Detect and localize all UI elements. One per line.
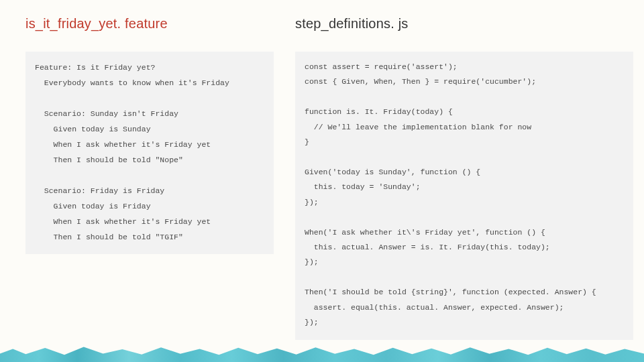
stepdefs-file-heading: step_definitions. js: [295, 16, 633, 32]
slide-columns: is_it_friday_yet. feature Feature: Is it…: [0, 0, 644, 362]
feature-file-heading: is_it_friday_yet. feature: [25, 16, 274, 32]
stepdefs-code-block: const assert = require('assert'); const …: [295, 52, 633, 340]
feature-code-block: Feature: Is it Friday yet? Everybody wan…: [25, 52, 274, 254]
left-column: is_it_friday_yet. feature Feature: Is it…: [25, 16, 274, 355]
right-column: step_definitions. js const assert = requ…: [295, 16, 633, 355]
